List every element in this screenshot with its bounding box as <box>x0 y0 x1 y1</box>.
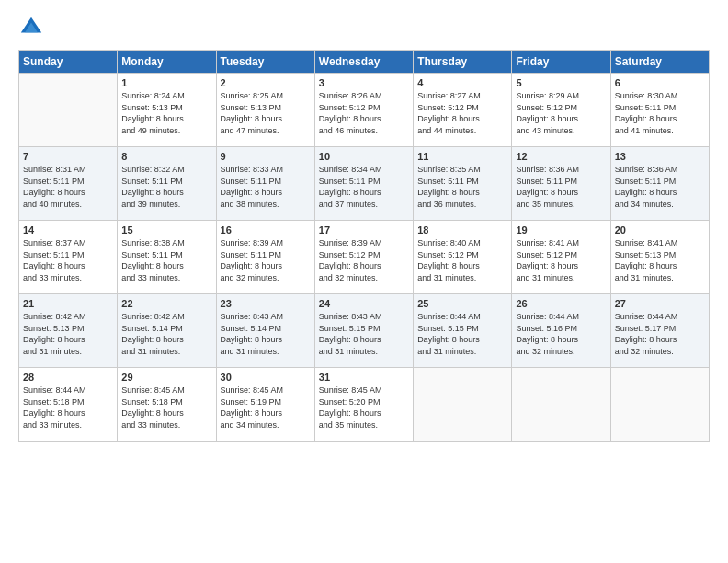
calendar-cell: 18Sunrise: 8:40 AM Sunset: 5:12 PM Dayli… <box>414 221 512 294</box>
week-row-5: 28Sunrise: 8:44 AM Sunset: 5:18 PM Dayli… <box>19 368 710 442</box>
day-info: Sunrise: 8:44 AM Sunset: 5:16 PM Dayligh… <box>516 311 606 357</box>
day-info: Sunrise: 8:41 AM Sunset: 5:13 PM Dayligh… <box>615 237 705 283</box>
day-number: 20 <box>615 224 705 236</box>
day-number: 29 <box>121 372 211 383</box>
day-info: Sunrise: 8:40 AM Sunset: 5:12 PM Dayligh… <box>417 237 507 283</box>
calendar-cell: 2Sunrise: 8:25 AM Sunset: 5:13 PM Daylig… <box>216 74 314 147</box>
week-row-4: 21Sunrise: 8:42 AM Sunset: 5:13 PM Dayli… <box>19 294 710 368</box>
logo-icon <box>18 15 44 40</box>
day-number: 14 <box>23 224 113 236</box>
day-number: 10 <box>319 151 409 162</box>
day-info: Sunrise: 8:45 AM Sunset: 5:19 PM Dayligh… <box>221 385 311 431</box>
week-row-2: 7Sunrise: 8:31 AM Sunset: 5:11 PM Daylig… <box>19 147 710 221</box>
day-number: 21 <box>23 298 113 309</box>
calendar-cell: 27Sunrise: 8:44 AM Sunset: 5:17 PM Dayli… <box>610 294 709 368</box>
calendar-cell: 8Sunrise: 8:32 AM Sunset: 5:11 PM Daylig… <box>118 147 216 221</box>
day-info: Sunrise: 8:43 AM Sunset: 5:15 PM Dayligh… <box>319 311 409 357</box>
day-number: 12 <box>516 151 606 162</box>
calendar-cell: 12Sunrise: 8:36 AM Sunset: 5:11 PM Dayli… <box>512 147 610 221</box>
day-number: 5 <box>516 77 606 88</box>
day-number: 23 <box>221 298 311 309</box>
day-info: Sunrise: 8:35 AM Sunset: 5:11 PM Dayligh… <box>417 164 507 210</box>
calendar-cell <box>414 368 512 442</box>
day-number: 22 <box>121 298 211 309</box>
day-info: Sunrise: 8:44 AM Sunset: 5:15 PM Dayligh… <box>417 311 507 357</box>
calendar-cell: 25Sunrise: 8:44 AM Sunset: 5:15 PM Dayli… <box>414 294 512 368</box>
calendar-cell: 16Sunrise: 8:39 AM Sunset: 5:11 PM Dayli… <box>216 221 314 294</box>
day-number: 28 <box>23 372 113 383</box>
day-info: Sunrise: 8:44 AM Sunset: 5:18 PM Dayligh… <box>23 385 113 431</box>
day-info: Sunrise: 8:42 AM Sunset: 5:14 PM Dayligh… <box>121 311 211 357</box>
calendar-cell: 4Sunrise: 8:27 AM Sunset: 5:12 PM Daylig… <box>414 74 512 147</box>
day-info: Sunrise: 8:44 AM Sunset: 5:17 PM Dayligh… <box>615 311 705 357</box>
day-info: Sunrise: 8:42 AM Sunset: 5:13 PM Dayligh… <box>23 311 113 357</box>
week-row-1: 1Sunrise: 8:24 AM Sunset: 5:13 PM Daylig… <box>19 74 710 147</box>
day-header-monday: Monday <box>118 51 216 74</box>
day-info: Sunrise: 8:34 AM Sunset: 5:11 PM Dayligh… <box>319 164 409 210</box>
day-number: 17 <box>319 224 409 236</box>
day-header-friday: Friday <box>512 51 610 74</box>
logo <box>18 15 48 40</box>
calendar-cell: 26Sunrise: 8:44 AM Sunset: 5:16 PM Dayli… <box>512 294 610 368</box>
day-info: Sunrise: 8:32 AM Sunset: 5:11 PM Dayligh… <box>121 164 211 210</box>
day-number: 9 <box>221 151 311 162</box>
day-number: 3 <box>319 77 409 88</box>
day-number: 6 <box>615 77 705 88</box>
calendar-cell: 9Sunrise: 8:33 AM Sunset: 5:11 PM Daylig… <box>216 147 314 221</box>
day-info: Sunrise: 8:38 AM Sunset: 5:11 PM Dayligh… <box>121 237 211 283</box>
day-number: 11 <box>417 151 507 162</box>
day-number: 13 <box>615 151 705 162</box>
calendar-cell: 6Sunrise: 8:30 AM Sunset: 5:11 PM Daylig… <box>610 74 709 147</box>
day-header-saturday: Saturday <box>610 51 709 74</box>
day-info: Sunrise: 8:29 AM Sunset: 5:12 PM Dayligh… <box>516 90 606 136</box>
day-number: 26 <box>516 298 606 309</box>
day-number: 19 <box>516 224 606 236</box>
day-number: 24 <box>319 298 409 309</box>
day-info: Sunrise: 8:43 AM Sunset: 5:14 PM Dayligh… <box>221 311 311 357</box>
day-info: Sunrise: 8:39 AM Sunset: 5:11 PM Dayligh… <box>221 237 311 283</box>
day-number: 1 <box>121 77 211 88</box>
calendar-cell: 23Sunrise: 8:43 AM Sunset: 5:14 PM Dayli… <box>216 294 314 368</box>
calendar-cell <box>512 368 610 442</box>
day-info: Sunrise: 8:45 AM Sunset: 5:20 PM Dayligh… <box>319 385 409 431</box>
day-info: Sunrise: 8:31 AM Sunset: 5:11 PM Dayligh… <box>23 164 113 210</box>
calendar-cell: 14Sunrise: 8:37 AM Sunset: 5:11 PM Dayli… <box>19 221 118 294</box>
header <box>18 15 710 40</box>
day-info: Sunrise: 8:37 AM Sunset: 5:11 PM Dayligh… <box>23 237 113 283</box>
day-info: Sunrise: 8:30 AM Sunset: 5:11 PM Dayligh… <box>615 90 705 136</box>
day-number: 18 <box>417 224 507 236</box>
calendar-cell: 29Sunrise: 8:45 AM Sunset: 5:18 PM Dayli… <box>118 368 216 442</box>
calendar-cell: 1Sunrise: 8:24 AM Sunset: 5:13 PM Daylig… <box>118 74 216 147</box>
day-number: 31 <box>319 372 409 383</box>
calendar-cell: 28Sunrise: 8:44 AM Sunset: 5:18 PM Dayli… <box>19 368 118 442</box>
calendar-cell <box>610 368 709 442</box>
calendar-cell: 19Sunrise: 8:41 AM Sunset: 5:12 PM Dayli… <box>512 221 610 294</box>
calendar-cell: 5Sunrise: 8:29 AM Sunset: 5:12 PM Daylig… <box>512 74 610 147</box>
calendar-cell: 24Sunrise: 8:43 AM Sunset: 5:15 PM Dayli… <box>314 294 413 368</box>
day-number: 7 <box>23 151 113 162</box>
day-info: Sunrise: 8:41 AM Sunset: 5:12 PM Dayligh… <box>516 237 606 283</box>
day-number: 15 <box>121 224 211 236</box>
day-info: Sunrise: 8:45 AM Sunset: 5:18 PM Dayligh… <box>121 385 211 431</box>
calendar-cell: 13Sunrise: 8:36 AM Sunset: 5:11 PM Dayli… <box>610 147 709 221</box>
day-info: Sunrise: 8:36 AM Sunset: 5:11 PM Dayligh… <box>615 164 705 210</box>
day-number: 16 <box>221 224 311 236</box>
header-row: SundayMondayTuesdayWednesdayThursdayFrid… <box>19 51 710 74</box>
day-number: 2 <box>221 77 311 88</box>
week-row-3: 14Sunrise: 8:37 AM Sunset: 5:11 PM Dayli… <box>19 221 710 294</box>
calendar-cell: 15Sunrise: 8:38 AM Sunset: 5:11 PM Dayli… <box>118 221 216 294</box>
day-info: Sunrise: 8:33 AM Sunset: 5:11 PM Dayligh… <box>221 164 311 210</box>
calendar-cell <box>19 74 118 147</box>
day-number: 30 <box>221 372 311 383</box>
page: SundayMondayTuesdayWednesdayThursdayFrid… <box>0 0 728 563</box>
day-header-thursday: Thursday <box>414 51 512 74</box>
day-number: 8 <box>121 151 211 162</box>
day-number: 4 <box>417 77 507 88</box>
day-number: 27 <box>615 298 705 309</box>
day-info: Sunrise: 8:36 AM Sunset: 5:11 PM Dayligh… <box>516 164 606 210</box>
day-number: 25 <box>417 298 507 309</box>
calendar-cell: 17Sunrise: 8:39 AM Sunset: 5:12 PM Dayli… <box>314 221 413 294</box>
calendar-cell: 3Sunrise: 8:26 AM Sunset: 5:12 PM Daylig… <box>314 74 413 147</box>
calendar-cell: 31Sunrise: 8:45 AM Sunset: 5:20 PM Dayli… <box>314 368 413 442</box>
day-info: Sunrise: 8:24 AM Sunset: 5:13 PM Dayligh… <box>121 90 211 136</box>
